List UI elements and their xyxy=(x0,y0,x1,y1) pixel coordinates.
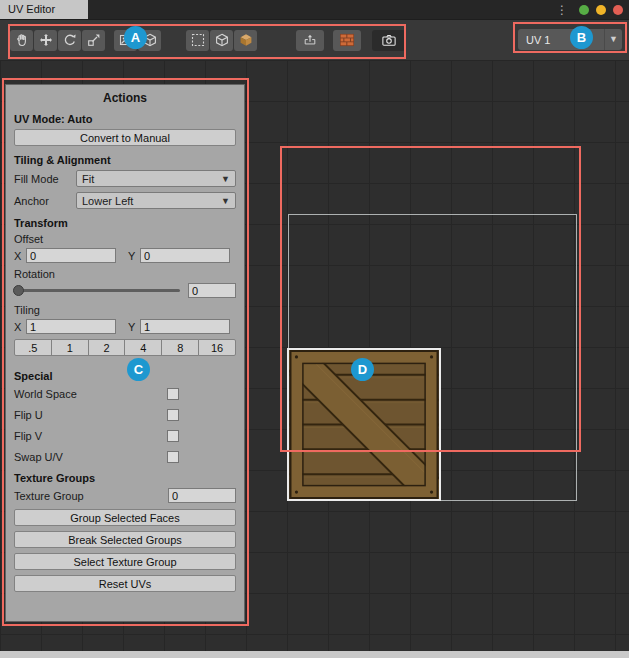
actions-panel-title: Actions xyxy=(14,85,236,110)
tiling-y-label: Y xyxy=(128,321,140,333)
tiling-x-label: X xyxy=(14,321,26,333)
traffic-light-yellow-icon[interactable] xyxy=(596,5,606,15)
annotation-marker-b: B xyxy=(570,26,593,49)
texture-groups-header: Texture Groups xyxy=(14,472,236,484)
anchor-dropdown[interactable]: Lower Left ▼ xyxy=(76,192,236,209)
special-header: Special xyxy=(14,370,236,382)
tiling-preset-05-button[interactable]: .5 xyxy=(14,339,52,356)
texture-group-input[interactable] xyxy=(168,488,236,503)
hand-icon xyxy=(15,33,29,47)
offset-label: Offset xyxy=(14,233,236,245)
object-mode-button[interactable] xyxy=(210,30,233,51)
transform-header: Transform xyxy=(14,217,236,229)
title-bar: UV Editor ⋮ xyxy=(0,0,629,19)
cube-outline-icon xyxy=(215,33,229,47)
fill-mode-label: Fill Mode xyxy=(14,173,76,185)
swap-uv-label: Swap U/V xyxy=(14,451,167,463)
flip-u-label: Flip U xyxy=(14,409,167,421)
rotation-input[interactable] xyxy=(188,283,236,298)
bottom-window-edge xyxy=(0,651,629,658)
flip-u-checkbox[interactable] xyxy=(167,409,179,421)
annotation-marker-c: C xyxy=(127,358,150,381)
rotation-slider[interactable] xyxy=(14,289,180,292)
flip-v-label: Flip V xyxy=(14,430,167,442)
reset-uvs-button[interactable]: Reset UVs xyxy=(14,575,236,592)
tiling-preset-4-button[interactable]: 4 xyxy=(124,339,162,356)
world-space-checkbox[interactable] xyxy=(167,388,179,400)
group-selected-faces-button[interactable]: Group Selected Faces xyxy=(14,509,236,526)
fill-mode-value: Fit xyxy=(82,173,94,185)
more-menu-icon[interactable]: ⋮ xyxy=(556,3,568,17)
tiling-presets: .5 1 2 4 8 16 xyxy=(14,339,236,356)
flip-v-checkbox[interactable] xyxy=(167,430,179,442)
uv-mode-label: UV Mode: Auto xyxy=(14,113,236,125)
save-uv-image-button[interactable] xyxy=(372,30,406,51)
box-arrow-up-icon xyxy=(303,33,317,47)
bricks-icon xyxy=(340,33,354,47)
fill-mode-dropdown[interactable]: Fit ▼ xyxy=(76,170,236,187)
rotate-icon xyxy=(63,33,77,47)
tiling-alignment-header: Tiling & Alignment xyxy=(14,154,236,166)
anchor-value: Lower Left xyxy=(82,195,133,207)
export-uv-button[interactable] xyxy=(296,30,324,51)
rotation-slider-knob[interactable] xyxy=(13,285,24,296)
annotation-marker-a: A xyxy=(124,26,147,49)
offset-y-label: Y xyxy=(128,250,140,262)
camera-icon xyxy=(382,33,396,47)
face-mode-button[interactable] xyxy=(234,30,257,51)
pan-tool-button[interactable] xyxy=(10,30,33,51)
tiling-preset-8-button[interactable]: 8 xyxy=(161,339,199,356)
scale-icon xyxy=(87,33,101,47)
tiling-y-input[interactable] xyxy=(140,319,230,334)
chevron-down-icon: ▼ xyxy=(221,174,230,184)
anchor-label: Anchor xyxy=(14,195,76,207)
texture-preview-button[interactable] xyxy=(333,30,361,51)
chevron-down-icon: ▼ xyxy=(221,196,230,206)
texture-group-label: Texture Group xyxy=(14,490,84,502)
dashed-rect-icon xyxy=(191,33,205,47)
tiling-preset-2-button[interactable]: 2 xyxy=(88,339,126,356)
break-selected-groups-button[interactable]: Break Selected Groups xyxy=(14,531,236,548)
annotation-marker-d: D xyxy=(351,358,374,381)
tiling-x-input[interactable] xyxy=(26,319,116,334)
traffic-light-red-icon[interactable] xyxy=(613,5,623,15)
tiling-preset-16-button[interactable]: 16 xyxy=(198,339,236,356)
rotate-tool-button[interactable] xyxy=(58,30,81,51)
traffic-light-green-icon[interactable] xyxy=(579,5,589,15)
move-tool-button[interactable] xyxy=(34,30,57,51)
actions-panel: Actions UV Mode: Auto Convert to Manual … xyxy=(5,84,245,622)
swap-uv-checkbox[interactable] xyxy=(167,451,179,463)
offset-y-input[interactable] xyxy=(140,248,230,263)
marquee-select-button[interactable] xyxy=(186,30,209,51)
world-space-label: World Space xyxy=(14,388,167,400)
offset-x-label: X xyxy=(14,250,26,262)
window-controls: ⋮ xyxy=(556,0,623,19)
tab-uv-editor[interactable]: UV Editor xyxy=(0,0,88,19)
cube-filled-icon xyxy=(239,33,253,47)
move-arrows-icon xyxy=(39,33,53,47)
rotation-label: Rotation xyxy=(14,268,236,280)
select-texture-group-button[interactable]: Select Texture Group xyxy=(14,553,236,570)
uv-editor-window: UV Editor ⋮ xyxy=(0,0,629,658)
offset-x-input[interactable] xyxy=(26,248,116,263)
scale-tool-button[interactable] xyxy=(82,30,105,51)
tiling-label: Tiling xyxy=(14,304,236,316)
tiling-preset-1-button[interactable]: 1 xyxy=(51,339,89,356)
convert-to-manual-button[interactable]: Convert to Manual xyxy=(14,129,236,146)
chevron-down-icon: ▼ xyxy=(604,29,622,50)
